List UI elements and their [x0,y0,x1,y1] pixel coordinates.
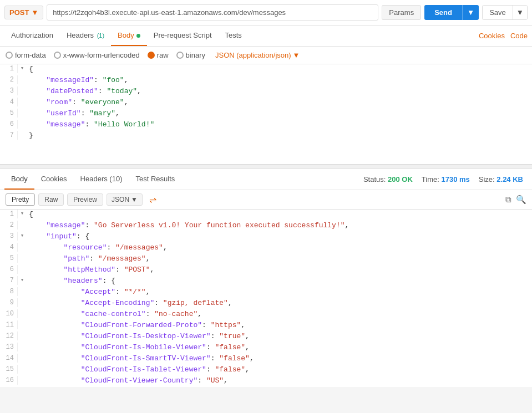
resp-tab-headers[interactable]: Headers (10) [74,169,129,190]
response-status: Status: 200 OK Time: 1730 ms Size: 2.24 … [363,175,528,183]
resp-line-14: 14 "CloudFront-Is-SmartTV-Viewer": "fals… [0,354,532,365]
req-line-3: 3 "datePosted": "today", [0,86,532,98]
tab-right-links: Cookies Code [479,32,528,40]
status-ok: 200 OK [388,175,413,183]
option-form-data[interactable]: form-data [6,51,46,59]
resp-line-2: 2 "message": "Go Serverless v1.0! Your f… [0,221,532,232]
status-time: 1730 ms [441,175,469,183]
resp-line-11: 11 "CloudFront-Forwarded-Proto": "https"… [0,320,532,332]
req-line-5: 5 "userId": "mary", [0,109,532,120]
body-dot [136,34,140,38]
resp-right-icons: ⧉ 🔍 [505,195,526,205]
params-button[interactable]: Params [382,5,421,20]
req-line-7: 7 } [0,131,532,142]
resp-line-4: 4 "resource": "/messages", [0,243,532,254]
option-binary[interactable]: binary [176,51,205,59]
method-arrow: ▼ [31,8,38,17]
view-raw-button[interactable]: Raw [38,193,64,206]
radio-binary [176,52,184,59]
response-tabs-bar: Body Cookies Headers (10) Test Results S… [0,169,532,190]
code-link[interactable]: Code [510,32,528,40]
search-icon[interactable]: 🔍 [516,195,526,205]
request-body-editor[interactable]: 1 ▾ { 2 "messageId": "foo", 3 "datePoste… [0,64,532,165]
radio-urlencoded [54,52,61,59]
resp-json-format-selector[interactable]: JSON ▼ [107,193,143,206]
status-size: 2.24 KB [496,175,523,183]
radio-raw [148,52,155,59]
resp-line-10: 10 "cache-control": "no-cache", [0,309,532,320]
send-group: Send ▼ [424,5,479,20]
resp-line-8: 8 "Accept": "*/*", [0,287,532,298]
send-dropdown-button[interactable]: ▼ [462,5,479,20]
tab-authorization[interactable]: Authorization [4,26,60,46]
resp-line-1: 1 ▾ { [0,210,532,221]
cookies-link[interactable]: Cookies [479,32,505,40]
option-raw[interactable]: raw [148,51,169,59]
req-line-4: 4 "room": "everyone", [0,98,532,109]
resp-tab-cookies[interactable]: Cookies [34,169,74,190]
resp-line-16: 16 "CloudFront-Viewer-Country": "US", [0,376,532,387]
request-tabs-bar: Authorization Headers (1) Body Pre-reque… [0,26,532,47]
resp-line-6: 6 "httpMethod": "POST", [0,265,532,276]
json-format-selector[interactable]: JSON (application/json) ▼ [215,51,300,59]
method-label: POST [9,8,29,17]
save-dropdown-button[interactable]: ▼ [513,6,527,19]
resp-tab-body[interactable]: Body [4,169,34,190]
tab-body[interactable]: Body [111,26,147,46]
resp-line-13: 13 "CloudFront-Is-Mobile-Viewer": "false… [0,343,532,354]
req-line-2: 2 "messageId": "foo", [0,75,532,86]
req-line-1: 1 ▾ { [0,64,532,75]
resp-line-15: 15 "CloudFront-Is-Tablet-Viewer": "false… [0,365,532,376]
top-bar: POST ▼ Params Send ▼ Save ▼ [0,0,532,26]
filter-icon[interactable]: ⇌ [149,195,156,205]
req-line-6: 6 "message": "Hello World!" [0,120,532,131]
view-preview-button[interactable]: Preview [67,193,103,206]
json-format-label: JSON (application/json) [215,51,291,59]
url-input[interactable] [47,4,378,21]
resp-line-3: 3 ▾ "input": { [0,232,532,243]
response-toolbar: Pretty Raw Preview JSON ▼ ⇌ ⧉ 🔍 [0,190,532,210]
method-selector[interactable]: POST ▼ [4,6,43,19]
section-divider [0,165,532,169]
copy-icon[interactable]: ⧉ [505,195,511,205]
resp-line-7: 7 ▾ "headers": { [0,276,532,287]
resp-line-12: 12 "CloudFront-Is-Desktop-Viewer": "true… [0,332,532,343]
tab-prerequest[interactable]: Pre-request Script [147,26,219,46]
send-button[interactable]: Send [424,5,462,20]
save-group: Save ▼ [482,5,528,20]
body-options: form-data x-www-form-urlencoded raw bina… [0,47,532,64]
resp-tab-testresults[interactable]: Test Results [129,169,181,190]
view-pretty-button[interactable]: Pretty [6,193,35,206]
resp-line-5: 5 "path": "/messages", [0,254,532,265]
resp-line-9: 9 "Accept-Encoding": "gzip, deflate", [0,298,532,309]
radio-form-data [6,52,13,59]
json-format-arrow: ▼ [293,51,300,59]
save-button[interactable]: Save [483,6,513,19]
option-urlencoded[interactable]: x-www-form-urlencoded [54,51,140,59]
tab-tests[interactable]: Tests [219,26,249,46]
tab-headers[interactable]: Headers (1) [60,26,111,46]
response-body-editor[interactable]: 1 ▾ { 2 "message": "Go Serverless v1.0! … [0,210,532,387]
